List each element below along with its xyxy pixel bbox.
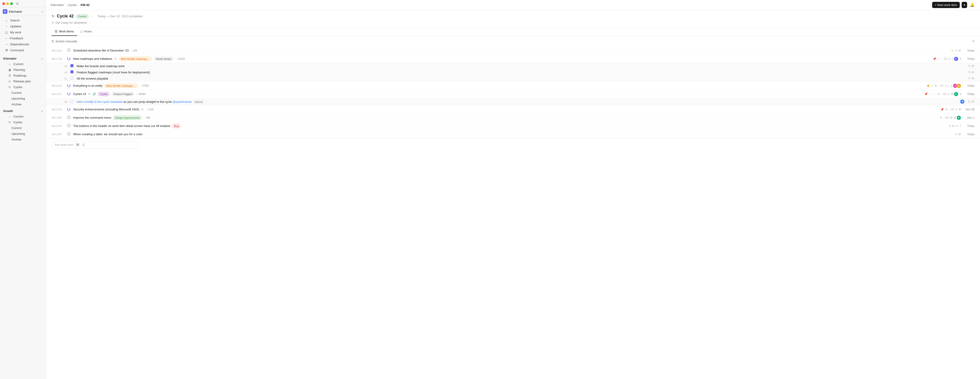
list-header: ⇅ Sorted manually +: [46, 36, 980, 46]
status-icon-inprogress: [67, 57, 72, 61]
traffic-light-yellow[interactable]: [6, 2, 9, 5]
item-title: Cycles v3 👁 🔗 Cycles Feature Flagged ○ 4…: [73, 92, 923, 96]
sidebar-item-growth-cycles[interactable]: ↻ Cycles: [2, 120, 45, 125]
sort-label[interactable]: ⇅ Sorted manually: [52, 40, 77, 43]
item-date: Today: [963, 49, 974, 52]
content-area: ↻ Cycle 42 Current ··· Today — Dec 10 0/…: [46, 10, 980, 379]
sidebar-item-feedback[interactable]: →→ Feedback: [2, 35, 45, 41]
breadcrumb-kitemaker[interactable]: Kitemaker: [51, 3, 64, 7]
sidebar-item-mywork[interactable]: ◱ My work: [2, 29, 45, 35]
item-count: ○ 45/64: [136, 92, 145, 96]
sidebar-item-km-upcoming[interactable]: Upcoming: [2, 96, 45, 101]
sidebar-item-km-releaseplan[interactable]: ⊙ Release plan: [2, 79, 45, 84]
cycle-more-button[interactable]: ···: [91, 14, 94, 18]
table-row[interactable]: KM-1765 Improve the command menu Design …: [46, 114, 980, 122]
sidebar-item-dependencies[interactable]: ↔ Dependencies: [2, 41, 45, 47]
table-row[interactable]: KM-1875 When creating a label, we should…: [46, 130, 980, 138]
sidebar-item-km-planning[interactable]: ▦ Planning: [2, 67, 45, 73]
sidebar-item-growth-upcoming[interactable]: Upcoming: [2, 131, 45, 136]
item-tag-design[interactable]: Design improvements: [113, 116, 142, 120]
sidebar-item-label: Feedback: [10, 36, 23, 40]
table-row[interactable]: da Add a tooltip to the cycle metadata s…: [46, 98, 980, 105]
sidebar-item-km-roadmap[interactable]: ☰ Roadmap: [2, 73, 45, 78]
sub-item-id: da: [64, 100, 68, 103]
add-work-item-input[interactable]: Add work item ⌘ /: [52, 141, 139, 149]
notifications-bell-button[interactable]: 🔔: [969, 2, 975, 8]
extra-count: 4: [960, 57, 961, 60]
workspace-header[interactable]: K Kitemaker ▾: [0, 7, 46, 16]
chart-icon: C: [948, 57, 951, 60]
sidebar-item-search[interactable]: ⌕ Search: [2, 17, 45, 23]
traffic-lights: [2, 2, 13, 5]
mention[interactable]: @pavelmacek: [173, 100, 192, 103]
item-date: Today: [963, 124, 974, 128]
table-row[interactable]: KM-2104 Scheduled downtime 9th of Decemb…: [46, 46, 980, 55]
sidebar-item-km-archive[interactable]: Archive: [2, 101, 45, 107]
sidebar-item-command[interactable]: ⌘ Command: [2, 48, 45, 53]
roadmap-icon: ☰: [8, 74, 11, 77]
sidebar-item-updates[interactable]: ↑ Updates: [2, 24, 45, 29]
item-tag-cycles[interactable]: Cycles: [98, 92, 110, 96]
traffic-light-green[interactable]: [10, 2, 13, 5]
status-icon-inprogress: [67, 108, 72, 111]
section-growth-toggle[interactable]: ▾: [41, 110, 43, 113]
branch-icon: ⇅: [935, 84, 937, 87]
size-icon: M: [951, 92, 953, 96]
size-icon: L: [952, 57, 953, 60]
add-work-item-plus-button[interactable]: +: [972, 39, 974, 44]
avatar-group: P: [955, 57, 958, 61]
sidebar-item-km-cycles[interactable]: ↻ Cycles: [2, 84, 45, 90]
item-tag[interactable]: More flexible roadmaps ...: [104, 84, 138, 88]
sub-item-title: Feature flagged roadmaps (must have for …: [75, 71, 966, 74]
sidebar-toggle[interactable]: ⊞: [16, 2, 19, 5]
item-tag-bug[interactable]: Bug: [172, 124, 181, 128]
avatar-group: P: [955, 92, 958, 96]
item-tag-feature-flagged[interactable]: Feature Flagged: [111, 92, 134, 96]
tab-notes[interactable]: ◻ Notes: [77, 27, 95, 36]
table-row[interactable]: KM-1737 Cycles v3 👁 🔗 Cycles Feature Fla…: [46, 90, 980, 98]
work-items-tab-label: Work items: [59, 30, 74, 33]
section-growth-label: Growth: [3, 109, 13, 113]
item-title: Improve the command menu Design improvem…: [73, 116, 938, 120]
item-tag[interactable]: More flexible roadmaps ...: [119, 57, 152, 61]
work-items-tab-icon: ☰: [55, 30, 57, 33]
sidebar-item-label: Dependencies: [10, 43, 29, 46]
planning-icon: ▦: [8, 68, 11, 71]
thumbsup-icon: ↻ 42: [955, 133, 961, 136]
sidebar-item-growth-current[interactable]: ○ Current: [2, 114, 45, 119]
item-tag-needs-design[interactable]: Needs design: [154, 57, 173, 61]
table-row[interactable]: a1 All the screens playable ↻ 42: [46, 75, 980, 82]
table-row[interactable]: KM-1738 New roadmaps and initiatives 👁 M…: [46, 55, 980, 63]
sidebar-item-label: Release plan: [13, 79, 31, 83]
item-actions: ⊙ ↻ 42: [951, 49, 961, 52]
topbar-actions: + New work item ▾ 🔔: [932, 2, 975, 8]
sidebar-item-km-current[interactable]: ○ Current: [2, 62, 45, 67]
pin-icon: 📌: [933, 57, 936, 60]
new-item-dropdown-button[interactable]: ▾: [962, 2, 967, 8]
table-row[interactable]: ak Feature flagged roadmaps (must have f…: [46, 69, 980, 75]
avatar: B: [956, 84, 961, 88]
item-id: KM-1737: [52, 93, 65, 95]
table-row[interactable]: KM-2118 Everything is an entity More fle…: [46, 82, 980, 90]
figma-tag[interactable]: (figma): [193, 100, 204, 103]
sidebar-item-label: Current: [13, 115, 23, 118]
breadcrumb-cycles[interactable]: Cycles: [68, 3, 77, 7]
table-row[interactable]: ad Make the boards and roadmap work ↻ 42: [46, 63, 980, 69]
tab-work-items[interactable]: ☰ Work items: [52, 27, 77, 36]
traffic-light-red[interactable]: [2, 2, 5, 5]
table-row[interactable]: KM-2133 Security enhancements (including…: [46, 105, 980, 114]
sidebar-item-km-current-cycle[interactable]: Current: [2, 90, 45, 95]
sidebar-item-label: Archive: [11, 103, 21, 106]
sidebar-item-growth-archive[interactable]: Archive: [2, 137, 45, 142]
sidebar-top: ⊞: [0, 0, 46, 7]
pin-icon: 📌: [940, 108, 944, 111]
link-text[interactable]: Add a tooltip to the cycle metadata: [76, 100, 123, 103]
sidebar-item-growth-current-cycle[interactable]: Current: [2, 125, 45, 131]
avatar: P: [954, 57, 958, 61]
new-work-item-button[interactable]: + New work item: [932, 2, 960, 8]
table-row[interactable]: KM-2143 The buttons in the header on wor…: [46, 122, 980, 130]
section-kitemaker-toggle[interactable]: ▾: [41, 57, 43, 60]
feedback-icon: →→: [5, 36, 8, 40]
dependencies-icon: ↔: [5, 43, 8, 46]
item-id: KM-2133: [52, 108, 65, 111]
